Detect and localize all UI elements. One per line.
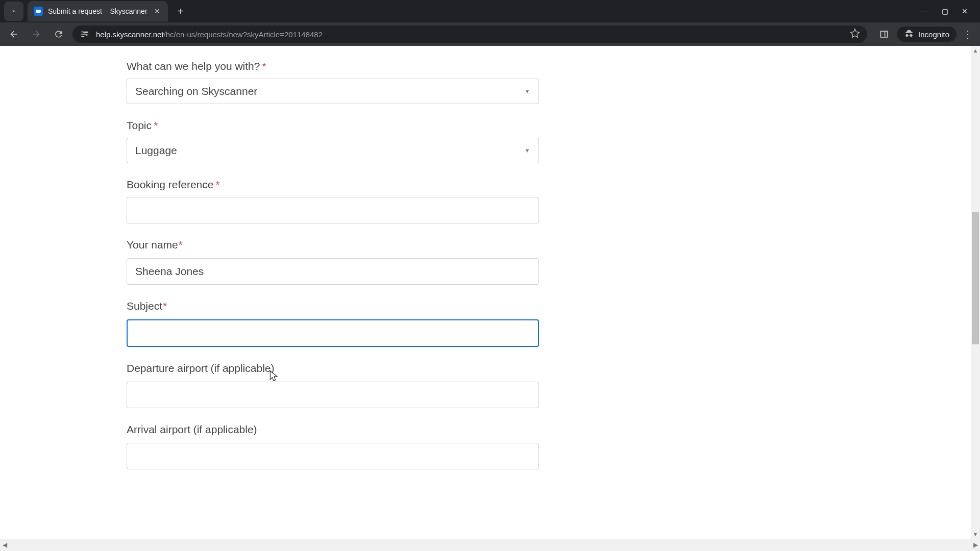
chevron-down-icon: ▼: [524, 88, 530, 95]
skyscanner-favicon-icon: [34, 7, 43, 16]
back-button[interactable]: [5, 26, 22, 43]
forward-button[interactable]: [28, 26, 45, 43]
scrollbar-thumb[interactable]: [972, 212, 979, 344]
reload-button[interactable]: [50, 26, 67, 43]
page-viewport: What can we help you with?* Searching on…: [0, 46, 980, 539]
tab-title: Submit a request – Skyscanner: [48, 7, 148, 15]
horizontal-scrollbar[interactable]: ◀ ▶: [0, 539, 980, 551]
arrival-airport-label: Arrival airport (if applicable): [127, 423, 541, 436]
field-booking-reference: Booking reference*: [127, 179, 541, 223]
arrival-airport-input[interactable]: [127, 443, 539, 469]
address-bar: help.skyscanner.net/hc/en-us/requests/ne…: [0, 22, 980, 46]
help-with-select[interactable]: Searching on Skyscanner ▼: [127, 79, 539, 104]
field-subject: Subject*: [127, 300, 541, 347]
request-form: What can we help you with?* Searching on…: [0, 46, 541, 505]
close-tab-button[interactable]: ✕: [153, 7, 162, 15]
vertical-scrollbar[interactable]: ▲ ▼: [971, 46, 980, 539]
url-text: help.skyscanner.net/hc/en-us/requests/ne…: [96, 30, 844, 39]
browser-tab[interactable]: Submit a request – Skyscanner ✕: [28, 1, 168, 21]
your-name-label: Your name*: [127, 239, 541, 251]
incognito-label: Incognito: [918, 30, 949, 39]
scroll-up-button[interactable]: ▲: [971, 46, 980, 55]
browser-chrome: Submit a request – Skyscanner ✕ + — ▢ ✕ …: [0, 0, 980, 46]
tab-bar: Submit a request – Skyscanner ✕ + — ▢ ✕: [0, 0, 980, 22]
departure-airport-label: Departure airport (if applicable): [127, 362, 541, 374]
help-with-value: Searching on Skyscanner: [135, 85, 257, 97]
reload-icon: [54, 29, 64, 39]
incognito-icon: [904, 29, 914, 39]
maximize-button[interactable]: ▢: [942, 7, 948, 15]
window-controls: — ▢ ✕: [921, 7, 976, 15]
topic-label: Topic*: [127, 119, 541, 132]
close-window-button[interactable]: ✕: [962, 7, 968, 15]
browser-menu-button[interactable]: ⋮: [961, 26, 975, 43]
new-tab-button[interactable]: +: [173, 4, 188, 19]
departure-airport-input[interactable]: [127, 382, 539, 408]
subject-label: Subject*: [127, 300, 541, 312]
scroll-left-button[interactable]: ◀: [0, 539, 9, 551]
help-with-label: What can we help you with?*: [127, 60, 541, 72]
bookmark-button[interactable]: [850, 28, 860, 40]
arrow-left-icon: [9, 29, 19, 39]
side-panel-button[interactable]: [875, 26, 893, 43]
subject-input[interactable]: [127, 319, 539, 347]
url-path: /hc/en-us/requests/new?skyArticle=201148…: [164, 30, 323, 39]
tune-icon: [80, 30, 89, 39]
field-arrival-airport: Arrival airport (if applicable): [127, 423, 541, 469]
topic-value: Luggage: [135, 144, 177, 157]
scrollbar-track[interactable]: [971, 55, 980, 530]
url-domain: help.skyscanner.net: [96, 30, 164, 39]
arrow-right-icon: [31, 29, 41, 39]
field-your-name: Your name*: [127, 239, 541, 285]
site-info-button[interactable]: [80, 29, 90, 39]
your-name-input[interactable]: [127, 258, 539, 285]
chevron-down-icon: ▼: [524, 147, 530, 154]
scroll-right-button[interactable]: ▶: [971, 539, 980, 551]
toolbar-right: Incognito ⋮: [872, 26, 975, 43]
hscroll-track[interactable]: [9, 539, 980, 551]
field-topic: Topic* Luggage ▼: [127, 119, 541, 163]
field-help-with: What can we help you with?* Searching on…: [127, 60, 541, 104]
side-panel-icon: [879, 29, 889, 39]
incognito-chip[interactable]: Incognito: [897, 27, 957, 42]
topic-select[interactable]: Luggage ▼: [127, 138, 539, 163]
field-departure-airport: Departure airport (if applicable): [127, 362, 541, 408]
scroll-down-button[interactable]: ▼: [971, 530, 980, 539]
booking-ref-input[interactable]: [127, 197, 539, 223]
minimize-button[interactable]: —: [921, 7, 928, 15]
booking-ref-label: Booking reference*: [127, 179, 541, 191]
tab-search-button[interactable]: [4, 2, 23, 21]
star-icon: [850, 28, 860, 38]
omnibox[interactable]: help.skyscanner.net/hc/en-us/requests/ne…: [72, 26, 867, 43]
page-content: What can we help you with?* Searching on…: [0, 46, 980, 539]
chevron-down-icon: [10, 8, 17, 15]
